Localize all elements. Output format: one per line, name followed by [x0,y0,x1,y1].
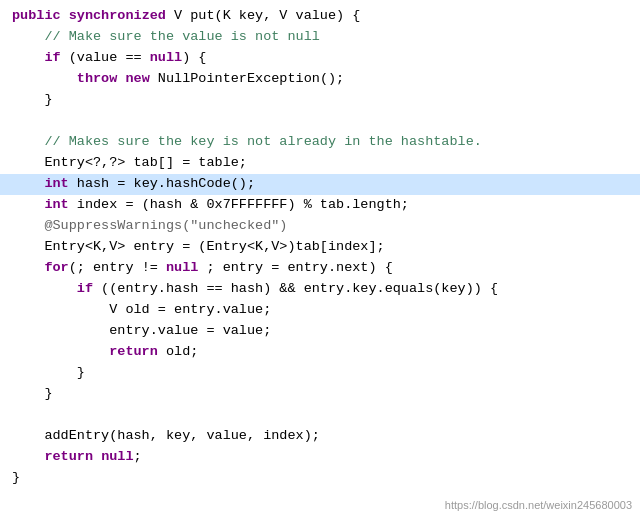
code-line: } [0,363,640,384]
code-line: int hash = key.hashCode(); [0,174,640,195]
code-line: public synchronized V put(K key, V value… [0,6,640,27]
code-line: V old = entry.value; [0,300,640,321]
code-line: entry.value = value; [0,321,640,342]
code-line: if ((entry.hash == hash) && entry.key.eq… [0,279,640,300]
code-line: } [0,90,640,111]
code-line [0,111,640,132]
lines-container: public synchronized V put(K key, V value… [0,6,640,489]
code-line: // Make sure the value is not null [0,27,640,48]
code-line: return old; [0,342,640,363]
code-line: @SuppressWarnings("unchecked") [0,216,640,237]
code-line: throw new NullPointerException(); [0,69,640,90]
code-line: // Makes sure the key is not already in … [0,132,640,153]
code-line: Entry<K,V> entry = (Entry<K,V>)tab[index… [0,237,640,258]
code-line: } [0,384,640,405]
code-line: for(; entry != null ; entry = entry.next… [0,258,640,279]
code-line: } [0,468,640,489]
watermark: https://blog.csdn.net/weixin245680003 [445,497,632,514]
code-line: Entry<?,?> tab[] = table; [0,153,640,174]
code-container: public synchronized V put(K key, V value… [0,0,640,520]
code-line: addEntry(hash, key, value, index); [0,426,640,447]
code-line: return null; [0,447,640,468]
code-line: int index = (hash & 0x7FFFFFFF) % tab.le… [0,195,640,216]
code-line: if (value == null) { [0,48,640,69]
code-line [0,405,640,426]
